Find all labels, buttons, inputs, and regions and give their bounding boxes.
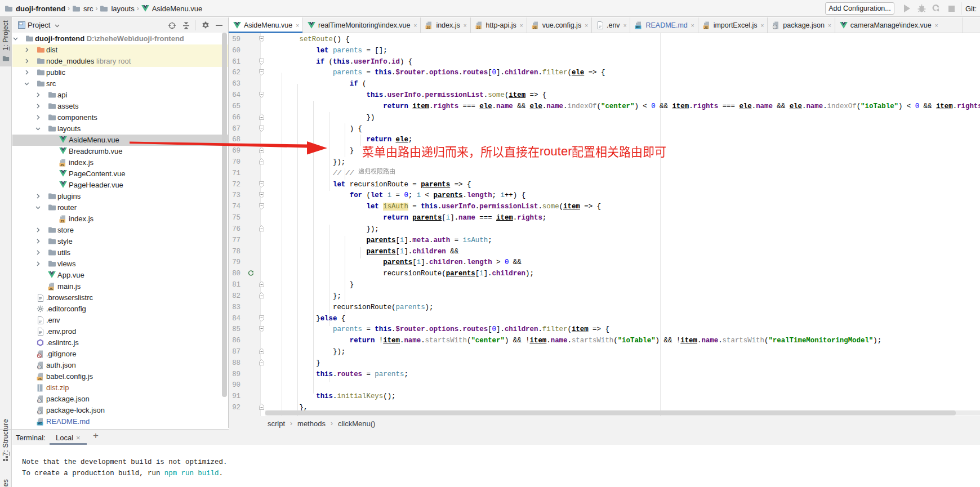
svg-text:{}: {} (774, 25, 776, 29)
svg-text:MD: MD (38, 422, 42, 425)
svg-text:JS: JS (60, 163, 64, 167)
svg-text:JS: JS (38, 377, 42, 381)
svg-text:{}: {} (38, 399, 41, 403)
svg-text:JS: JS (704, 26, 708, 29)
svg-text:JS: JS (533, 26, 537, 29)
svg-text:JS: JS (426, 26, 430, 29)
svg-text:MD: MD (636, 25, 640, 29)
svg-text:JS: JS (476, 26, 480, 29)
svg-text:JS: JS (60, 220, 64, 223)
svg-text:{}: {} (38, 365, 41, 369)
svg-text:{}: {} (38, 410, 41, 414)
svg-text:JS: JS (49, 287, 53, 291)
